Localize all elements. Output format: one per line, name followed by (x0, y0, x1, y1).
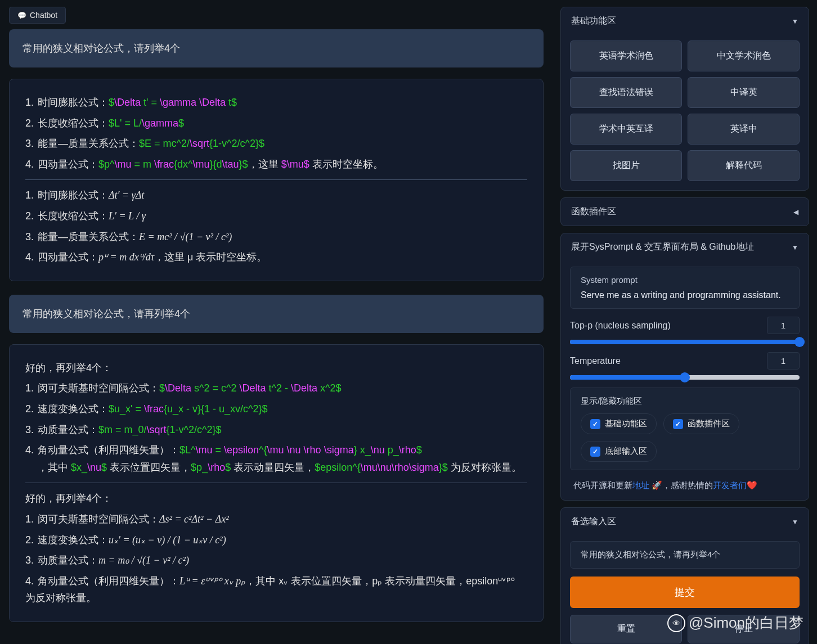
chevron-down-icon: ▼ (792, 17, 798, 25)
user-message-1: 常用的狭义相对论公式，请列举4个 (9, 29, 544, 67)
alt-input-field[interactable]: 常用的狭义相对论公式，请再列举4个 (570, 541, 800, 569)
temperature-slider: Temperature 1 (570, 352, 800, 380)
func-button-3[interactable]: 中译英 (688, 77, 800, 108)
func-button-6[interactable]: 找图片 (570, 150, 682, 181)
func-button-2[interactable]: 查找语法错误 (570, 77, 682, 108)
formula-raw: 3.动质量公式：$m = m_0/\sqrt{1-v^2/c^2}$ (25, 421, 527, 439)
panel-header-alt-input[interactable]: 备选输入区 ▼ (561, 508, 809, 535)
tab-chatbot[interactable]: 💬 Chatbot (9, 7, 66, 24)
system-prompt-value: Serve me as a writing and programming as… (581, 290, 789, 300)
formula-rendered: 2.长度收缩公式：L′ = L / γ (25, 208, 527, 225)
footer-note: 代码开源和更新地址 🚀，感谢热情的开发者们❤️ (570, 478, 800, 491)
panel-alt-input: 备选输入区 ▼ 常用的狭义相对论公式，请再列举4个 提交 重置 停止 (560, 507, 809, 644)
func-button-1[interactable]: 中文学术润色 (688, 40, 800, 71)
formula-rendered: 4.角动量公式（利用四维矢量）：Lᵘ = εᵘᵛᵖᵒ xᵥ pₚ，其中 xᵥ 表… (25, 573, 527, 607)
top-p-track[interactable] (570, 340, 800, 344)
panel-function-plugins: 函数插件区 ◀ (560, 197, 809, 226)
assistant-message-2: 好的，再列举4个： 1.闵可夫斯基时空间隔公式：$\Delta s^2 = c^… (9, 344, 544, 622)
chevron-down-icon: ▼ (792, 244, 798, 251)
formula-raw: 2.长度收缩公式：$L' = L/\gamma$ (25, 115, 527, 132)
tab-label: Chatbot (30, 11, 57, 20)
lead-text: 好的，再列举4个： (25, 490, 527, 507)
top-p-value[interactable]: 1 (767, 317, 800, 334)
panel-header-basic[interactable]: 基础功能区 ▼ (561, 7, 809, 35)
divider (25, 483, 527, 483)
panel-sysprompt: 展开SysPrompt & 交互界面布局 & Github地址 ▼ System… (560, 233, 809, 501)
repo-link[interactable]: 地址 (632, 480, 649, 490)
reset-button[interactable]: 重置 (570, 615, 682, 643)
formula-rendered: 3.动质量公式：m = m₀ / √(1 − v² / c²) (25, 552, 527, 569)
chat-area: 💬 Chatbot 常用的狭义相对论公式，请列举4个 1.时间膨胀公式：$\De… (0, 0, 553, 644)
assistant-message-1: 1.时间膨胀公式：$\Delta t' = \gamma \Delta t$2.… (9, 79, 544, 281)
chevron-left-icon: ◀ (793, 208, 798, 216)
checkbox-1[interactable]: ✓函数插件区 (663, 413, 739, 434)
top-p-label: Top-p (nucleus sampling) (570, 321, 671, 331)
formula-raw: 4.角动量公式（利用四维矢量）：$L^\mu = \epsilon^{\mu \… (25, 442, 527, 476)
check-icon: ✓ (590, 419, 600, 429)
user-message-2: 常用的狭义相对论公式，请再列举4个 (9, 295, 544, 333)
lead-text: 好的，再列举4个： (25, 359, 527, 377)
devs-link[interactable]: 开发者们 (713, 480, 747, 490)
formula-raw: 1.时间膨胀公式：$\Delta t' = \gamma \Delta t$ (25, 94, 527, 111)
heart-icon: ❤️ (747, 480, 757, 490)
divider (25, 179, 527, 180)
formula-raw: 1.闵可夫斯基时空间隔公式：$\Delta s^2 = c^2 \Delta t… (25, 380, 527, 397)
panel-header-sysprompt[interactable]: 展开SysPrompt & 交互界面布局 & Github地址 ▼ (561, 233, 809, 261)
formula-raw: 2.速度变换公式：$u_x' = \frac{u_x - v}{1 - u_xv… (25, 400, 527, 418)
stop-button[interactable]: 停止 (688, 615, 800, 643)
top-p-thumb[interactable] (794, 337, 805, 347)
check-icon: ✓ (673, 419, 683, 429)
panel-header-plugins[interactable]: 函数插件区 ◀ (561, 198, 809, 226)
top-p-slider: Top-p (nucleus sampling) 1 (570, 317, 800, 344)
temperature-track[interactable] (570, 375, 800, 380)
formula-rendered: 1.时间膨胀公式：Δt′ = γΔt (25, 187, 527, 204)
chat-icon: 💬 (17, 11, 26, 20)
temperature-label: Temperature (570, 356, 621, 366)
submit-button[interactable]: 提交 (570, 577, 800, 608)
formula-rendered: 1.闵可夫斯基时空间隔公式：Δs² = c²Δt² − Δx² (25, 511, 527, 528)
temperature-thumb[interactable] (680, 372, 690, 382)
func-button-0[interactable]: 英语学术润色 (570, 40, 682, 71)
formula-rendered: 4.四动量公式：pᵘ = m dxᵘ/dτ，这里 μ 表示时空坐标。 (25, 249, 527, 266)
chevron-down-icon: ▼ (792, 518, 798, 526)
checkbox-0[interactable]: ✓基础功能区 (581, 413, 657, 434)
visibility-toggles: 显示/隐藏功能区 ✓基础功能区✓函数插件区✓底部输入区 (570, 388, 800, 470)
formula-rendered: 3.能量—质量关系公式：E = mc² / √(1 − v² / c²) (25, 228, 527, 246)
system-prompt-box[interactable]: System prompt Serve me as a writing and … (570, 267, 800, 309)
temperature-value[interactable]: 1 (767, 352, 800, 370)
checkbox-2[interactable]: ✓底部输入区 (581, 441, 657, 462)
panel-basic-functions: 基础功能区 ▼ 英语学术润色中文学术润色查找语法错误中译英学术中英互译英译中找图… (560, 7, 809, 191)
formula-raw: 3.能量—质量关系公式：$E = mc^2/\sqrt{1-v^2/c^2}$ (25, 135, 527, 152)
func-button-7[interactable]: 解释代码 (688, 150, 800, 181)
check-icon: ✓ (590, 447, 600, 457)
system-prompt-label: System prompt (581, 275, 789, 285)
formula-rendered: 2.速度变换公式：uₓ′ = (uₓ − v) / (1 − uₓv / c²) (25, 532, 527, 549)
func-button-4[interactable]: 学术中英互译 (570, 114, 682, 145)
func-button-5[interactable]: 英译中 (688, 114, 800, 145)
sidebar: 基础功能区 ▼ 英语学术润色中文学术润色查找语法错误中译英学术中英互译英译中找图… (553, 0, 817, 644)
formula-raw: 4.四动量公式：$p^\mu = m \frac{dx^\mu}{d\tau}$… (25, 156, 527, 173)
